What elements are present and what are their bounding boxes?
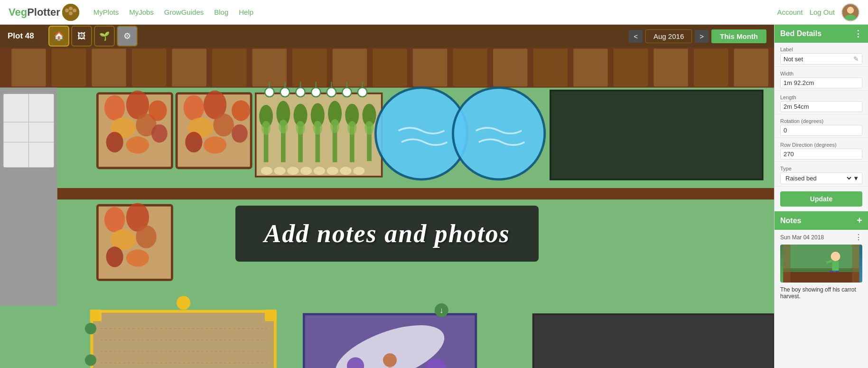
row-direction-row: Row Direction (degrees) 270	[775, 138, 868, 162]
plot-title: Plot 48	[8, 31, 34, 41]
svg-rect-140	[784, 245, 859, 268]
svg-point-93	[342, 88, 351, 97]
svg-point-59	[327, 167, 338, 175]
account-link[interactable]: Account	[777, 8, 803, 16]
label-row: Label Not set ✎	[775, 43, 868, 67]
image-icon-btn[interactable]: 🖼	[71, 26, 92, 47]
svg-point-102	[104, 207, 125, 232]
home-icon-btn[interactable]: 🏠	[48, 26, 69, 47]
svg-rect-22	[493, 48, 527, 86]
nav-myjobs[interactable]: MyJobs	[129, 8, 154, 16]
svg-point-40	[106, 132, 123, 152]
type-field-value[interactable]: Raised bed ▼	[780, 172, 862, 184]
svg-point-73	[313, 121, 322, 135]
note-date: Sun Mar 04 2018 ⋮	[775, 230, 868, 243]
main-nav: MyPlots MyJobs GrowGuides Blog Help	[93, 8, 253, 16]
svg-rect-100	[57, 188, 774, 199]
app-header: VegPlotter MyPlots MyJobs GrowGuides Blo…	[0, 0, 868, 25]
main-content: Plot 48 🏠 🖼 🌱 ⚙ < Aug 2016 > This Month	[0, 25, 868, 368]
svg-point-89	[311, 88, 320, 97]
avatar[interactable]	[841, 3, 859, 21]
row-direction-field-value: 270	[780, 149, 862, 160]
svg-point-83	[265, 88, 274, 97]
month-display: Aug 2016	[645, 29, 692, 43]
update-button[interactable]: Update	[780, 191, 862, 207]
svg-point-98	[453, 88, 544, 179]
nav-myplots[interactable]: MyPlots	[93, 8, 119, 16]
svg-point-56	[287, 167, 299, 175]
svg-rect-117	[90, 310, 102, 321]
type-select[interactable]: Raised bed	[784, 174, 853, 182]
note-caption: The boy showing off his carrot harvest.	[775, 284, 868, 303]
svg-rect-134	[533, 314, 774, 368]
svg-point-42	[149, 100, 167, 121]
note-menu-icon[interactable]: ⋮	[855, 233, 862, 242]
svg-point-41	[126, 136, 149, 153]
svg-point-141	[831, 252, 840, 261]
length-field-label: Length	[780, 94, 862, 100]
bed-details-menu-icon[interactable]: ⋮	[854, 28, 862, 39]
notes-header: Notes +	[775, 211, 868, 230]
width-row: Width 1m 92.2cm	[775, 67, 868, 91]
rotation-field-label: Rotation (degrees)	[780, 118, 862, 124]
svg-point-70	[296, 121, 305, 135]
svg-point-61	[353, 167, 364, 175]
svg-point-67	[279, 120, 288, 133]
svg-rect-27	[694, 48, 728, 86]
svg-point-87	[296, 88, 305, 97]
svg-point-107	[126, 249, 149, 266]
label-field-value[interactable]: Not set ✎	[780, 53, 862, 65]
svg-rect-18	[333, 48, 367, 86]
svg-rect-21	[453, 48, 487, 86]
this-month-btn[interactable]: This Month	[711, 29, 766, 43]
svg-rect-20	[413, 48, 447, 86]
header-right: Account Log Out	[777, 3, 859, 21]
svg-point-136	[85, 354, 96, 366]
svg-point-43	[151, 124, 168, 143]
notes-title: Notes	[780, 217, 801, 225]
bed-details-header: Bed Details ⋮	[775, 25, 868, 43]
add-note-btn[interactable]: +	[857, 215, 862, 226]
logout-link[interactable]: Log Out	[810, 8, 835, 16]
month-nav: < Aug 2016 > This Month	[629, 29, 766, 43]
garden-svg: ↓	[0, 47, 774, 368]
svg-point-45	[184, 95, 204, 120]
nav-help[interactable]: Help	[239, 8, 253, 16]
svg-rect-25	[614, 48, 648, 86]
nav-blog[interactable]: Blog	[214, 8, 228, 16]
type-row: Type Raised bed ▼	[775, 162, 868, 187]
length-field-value: 2m 54cm	[780, 101, 862, 112]
prev-month-btn[interactable]: <	[629, 30, 643, 43]
svg-rect-142	[832, 261, 839, 271]
svg-text:↓: ↓	[439, 306, 443, 315]
svg-point-2	[69, 7, 73, 10]
svg-rect-17	[292, 48, 327, 86]
svg-point-85	[280, 88, 289, 97]
svg-rect-12	[92, 48, 126, 86]
svg-rect-23	[533, 48, 568, 86]
garden-canvas[interactable]: ↓ Add notes and photos	[0, 47, 774, 368]
svg-rect-13	[132, 48, 166, 86]
next-month-btn[interactable]: >	[695, 30, 709, 43]
svg-point-52	[232, 124, 248, 143]
svg-point-91	[327, 88, 336, 97]
svg-point-106	[106, 246, 123, 267]
nav-growguides[interactable]: GrowGuides	[164, 8, 204, 16]
svg-point-50	[204, 136, 226, 153]
svg-point-57	[300, 167, 312, 175]
svg-rect-26	[653, 48, 688, 86]
svg-point-128	[383, 353, 397, 367]
svg-rect-16	[252, 48, 287, 86]
details-panel: Bed Details ⋮ Label Not set ✎ Width 1m 9…	[774, 25, 868, 368]
logo[interactable]: VegPlotter	[9, 4, 79, 21]
svg-point-79	[347, 121, 356, 135]
note-photo[interactable]	[780, 245, 862, 283]
settings-icon-btn[interactable]: ⚙	[117, 26, 138, 47]
svg-point-54	[261, 167, 272, 175]
plant-icon-btn[interactable]: 🌱	[94, 26, 115, 47]
svg-rect-24	[573, 48, 607, 86]
logo-icon	[62, 4, 79, 21]
svg-point-60	[340, 167, 351, 175]
plot-toolbar: Plot 48 🏠 🖼 🌱 ⚙ < Aug 2016 > This Month	[0, 25, 774, 47]
svg-rect-28	[734, 48, 768, 86]
